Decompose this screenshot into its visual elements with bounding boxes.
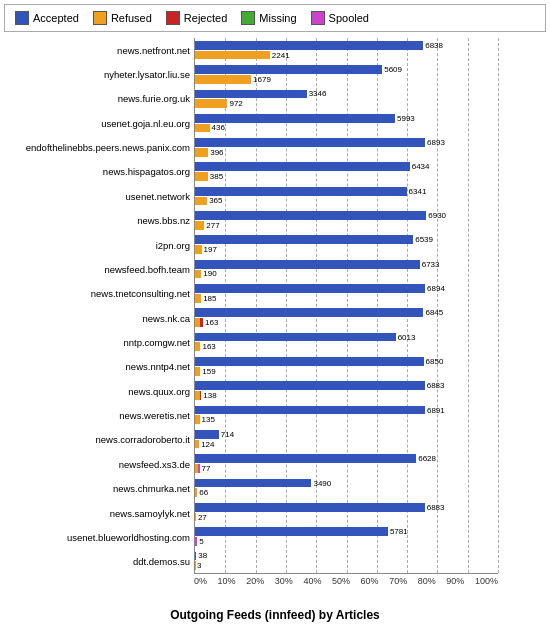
bar-refused [195,51,270,60]
table-row: 6845163 [195,308,498,327]
bar-label-refused: 197 [204,245,217,254]
bar-label-refused: 135 [202,415,215,424]
table-row: 383 [195,551,498,570]
bar-accepted [195,187,407,196]
bar-label-refused: 163 [205,318,218,327]
bar-accepted [195,552,196,561]
bar-accepted [195,503,425,512]
bar-label-refused: 159 [202,367,215,376]
legend-color-missing [241,11,255,25]
table-row: 3346972 [195,89,498,108]
bar-label-refused: 66 [199,488,208,497]
legend-color-refused [93,11,107,25]
bar-refused [195,245,202,254]
table-row: 57815 [195,527,498,546]
table-row: 349066 [195,478,498,497]
bar-label-refused: 972 [229,99,242,108]
bar-label-accepted: 5781 [390,527,408,536]
legend-label-rejected: Rejected [184,12,227,24]
bar-label-refused: 185 [203,294,216,303]
bar-refused [195,415,200,424]
row-label: news.nk.ca [142,306,190,330]
row-label: newsfeed.bofh.team [104,257,190,281]
bar-accepted [195,211,426,220]
bar-accepted [195,235,413,244]
row-label: nntp.comgw.net [123,330,190,354]
bar-label-accepted: 5993 [397,114,415,123]
row-label: news.nntp4.net [126,355,190,379]
legend-label-spooled: Spooled [329,12,369,24]
legend-color-spooled [311,11,325,25]
bar-label-accepted: 6883 [427,503,445,512]
x-axis-label: 60% [361,576,379,594]
bar-accepted [195,479,311,488]
x-axis-label: 50% [332,576,350,594]
bar-accepted [195,162,410,171]
legend-label-missing: Missing [259,12,296,24]
bar-accepted [195,260,420,269]
bar-label-accepted: 6883 [427,381,445,390]
row-label: newsfeed.xs3.de [119,452,190,476]
row-label: news.tnetconsulting.net [91,282,190,306]
bar-label-accepted: 714 [221,430,234,439]
table-row: 6893396 [195,138,498,157]
row-label: news.chmurka.net [113,477,190,501]
table-row: 68382241 [195,40,498,59]
bar-label-refused: 3 [197,561,201,570]
bar-label-refused: 138 [203,391,216,400]
x-axis-label: 100% [475,576,498,594]
row-label: ddt.demos.su [133,550,190,574]
bar-accepted [195,308,423,317]
bar-refused [195,172,208,181]
bar-label-refused: 396 [210,148,223,157]
bar-label-refused: 124 [201,440,214,449]
bar-label-accepted: 6628 [418,454,436,463]
bar-label-accepted: 6930 [428,211,446,220]
bar-label-refused: 190 [203,269,216,278]
bar-label-refused: 277 [206,221,219,230]
bar-refused [195,75,251,84]
bar-label-refused: 1679 [253,75,271,84]
table-row: 6341365 [195,186,498,205]
row-label: news.netfront.net [117,38,190,62]
bar-label-refused: 77 [202,464,211,473]
row-label: nyheter.lysator.liu.se [104,62,190,86]
bar-label-refused: 365 [209,196,222,205]
x-axis-label: 30% [275,576,293,594]
legend-color-rejected [166,11,180,25]
row-label: usenet.blueworldhosting.com [67,525,190,549]
bar-label-accepted: 6845 [425,308,443,317]
table-row: 688327 [195,502,498,521]
table-row: 5993436 [195,113,498,132]
table-row: 6733190 [195,259,498,278]
bar-accepted [195,114,395,123]
bar-refused [195,197,207,206]
row-label: news.quux.org [128,379,190,403]
bar-label-refused: 5 [199,537,203,546]
bar-accepted [195,333,396,342]
bar-label-refused: 436 [212,123,225,132]
legend: AcceptedRefusedRejectedMissingSpooled [4,4,546,32]
table-row: 6883138 [195,381,498,400]
bar-spooled [195,537,197,546]
table-row: 6891135 [195,405,498,424]
bar-accepted [195,284,425,293]
bar-accepted [195,357,424,366]
x-axis-label: 10% [218,576,236,594]
table-row: 6434385 [195,162,498,181]
bar-label-accepted: 6850 [426,357,444,366]
bar-accepted [195,527,388,536]
bar-label-accepted: 3346 [309,89,327,98]
bar-label-accepted: 6838 [425,41,443,50]
bar-rejected [200,391,202,400]
legend-item-rejected: Rejected [166,11,227,25]
table-row: 56091679 [195,65,498,84]
bar-refused [195,221,204,230]
row-label: news.corradoroberto.it [95,428,190,452]
bar-refused [195,440,199,449]
table-row: 6539197 [195,235,498,254]
legend-label-accepted: Accepted [33,12,79,24]
bar-refused [195,99,227,108]
bar-accepted [195,65,382,74]
bar-refused [195,124,210,133]
